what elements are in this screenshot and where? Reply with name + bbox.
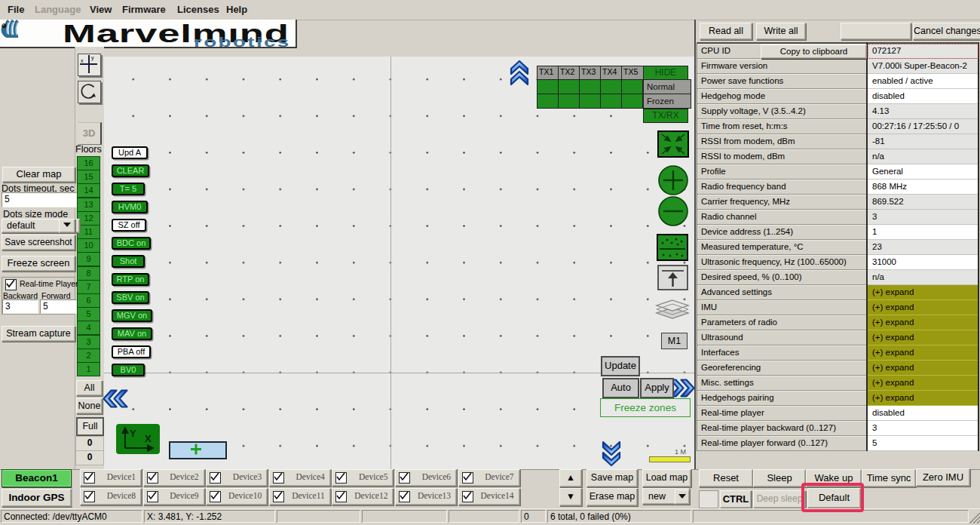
svg-text:x: x bbox=[81, 58, 84, 63]
svg-text:Y: Y bbox=[130, 428, 136, 439]
svg-text:X: X bbox=[145, 433, 152, 444]
svg-text:y: y bbox=[91, 55, 94, 61]
